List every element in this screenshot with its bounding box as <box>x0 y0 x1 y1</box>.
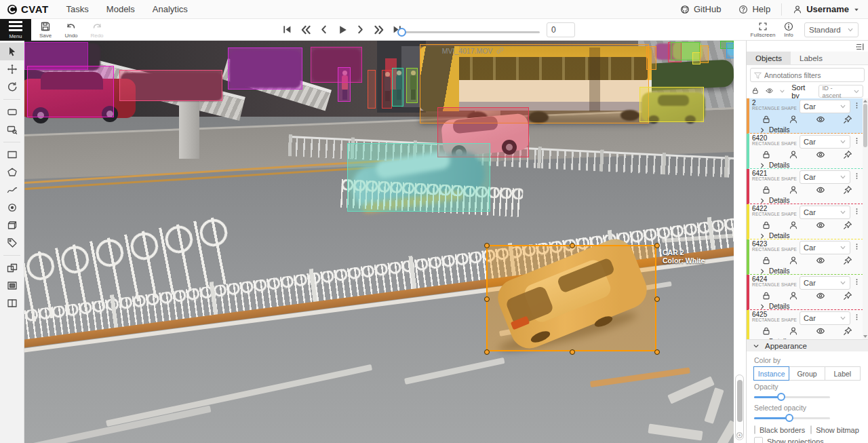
resize-handle[interactable] <box>654 296 660 302</box>
object-details-toggle[interactable]: Details <box>752 159 861 169</box>
car-box-blue-small[interactable] <box>726 43 734 58</box>
objects-list-scrollbar[interactable] <box>863 98 868 339</box>
scroll-down-icon[interactable] <box>863 335 867 338</box>
resize-handle[interactable] <box>654 243 660 248</box>
person-box-green[interactable] <box>406 68 418 103</box>
collapse-sidebar-icon[interactable] <box>855 42 865 52</box>
tool-select-region[interactable] <box>0 121 24 138</box>
box-orange-small[interactable] <box>646 46 656 70</box>
object-item[interactable]: 2 RECTANGLE SHAPE Car Details <box>747 98 863 134</box>
show-projections-checkbox[interactable] <box>754 437 763 443</box>
fullscreen-button[interactable]: Fullscreen <box>751 20 774 40</box>
link-icon[interactable] <box>496 46 505 55</box>
object-hidden-button[interactable] <box>816 220 825 230</box>
object-lock-button[interactable] <box>762 150 771 159</box>
object-lock-button[interactable] <box>762 220 771 230</box>
tool-rotate[interactable] <box>0 78 24 96</box>
object-occluded-button[interactable] <box>789 291 798 301</box>
opacity-slider-thumb[interactable] <box>777 393 785 401</box>
object-occluded-button[interactable] <box>789 220 798 230</box>
object-details-toggle[interactable]: Details <box>752 301 861 310</box>
menu-button[interactable]: Menu <box>0 19 31 41</box>
object-hidden-button[interactable] <box>816 185 825 195</box>
tool-setup-tag[interactable] <box>0 234 24 252</box>
object-details-toggle[interactable]: Details <box>752 195 861 204</box>
tool-cursor[interactable] <box>0 43 24 60</box>
selected-opacity-slider[interactable] <box>754 414 830 423</box>
object-occluded-button[interactable] <box>789 326 798 336</box>
canvas-scrollbar[interactable]: + <box>735 374 744 440</box>
object-hidden-button[interactable] <box>816 291 825 301</box>
person-box-magenta[interactable] <box>338 67 351 102</box>
person-box-teal[interactable] <box>392 68 403 107</box>
resize-handle[interactable] <box>484 349 490 355</box>
lock-all-button[interactable] <box>751 87 760 96</box>
object-details-toggle[interactable]: Details <box>752 124 861 134</box>
object-actions-icon[interactable] <box>853 243 861 252</box>
person-box-red[interactable] <box>382 70 392 109</box>
next-frame-button[interactable] <box>354 23 368 37</box>
object-item[interactable]: 6422 RECTANGLE SHAPE Car Details <box>747 204 863 239</box>
github-link[interactable]: GitHub <box>680 4 721 14</box>
tab-labels[interactable]: Labels <box>791 52 831 64</box>
object-lock-button[interactable] <box>762 256 771 265</box>
object-hidden-button[interactable] <box>816 115 825 124</box>
frame-number-input[interactable] <box>547 22 575 37</box>
object-item[interactable]: 6420 RECTANGLE SHAPE Car Details <box>747 134 863 169</box>
object-actions-icon[interactable] <box>853 102 861 111</box>
object-item[interactable]: 6424 RECTANGLE SHAPE Car Details <box>747 275 863 310</box>
tool-draw-cuboid[interactable] <box>0 216 24 234</box>
object-pinned-button[interactable] <box>843 256 852 265</box>
car-box-magenta[interactable] <box>27 66 114 117</box>
object-pinned-button[interactable] <box>843 326 852 336</box>
object-occluded-button[interactable] <box>789 256 798 265</box>
objects-scrollbar-thumb[interactable] <box>863 104 867 147</box>
cvat-logo[interactable]: CVAT <box>7 3 49 15</box>
selected-opacity-slider-thumb[interactable] <box>785 414 793 422</box>
canvas-scrollbar-thumb[interactable] <box>737 380 743 422</box>
save-button[interactable]: Save <box>34 20 57 40</box>
object-label-select[interactable]: Car <box>800 241 850 254</box>
play-button[interactable] <box>336 23 349 37</box>
forward-jump-button[interactable] <box>372 23 386 37</box>
tool-split[interactable] <box>0 294 24 312</box>
object-pinned-button[interactable] <box>843 185 852 195</box>
nav-models[interactable]: Models <box>106 4 135 14</box>
resize-handle[interactable] <box>484 296 490 302</box>
frame-slider[interactable] <box>399 28 540 37</box>
object-lock-button[interactable] <box>762 291 771 301</box>
object-lock-button[interactable] <box>762 326 771 336</box>
tab-objects[interactable]: Objects <box>747 52 791 64</box>
tool-move[interactable] <box>0 60 24 78</box>
first-frame-button[interactable] <box>281 23 294 37</box>
color-by-group[interactable]: Group <box>789 366 825 381</box>
object-actions-icon[interactable] <box>853 313 861 323</box>
car-box-teal[interactable] <box>347 143 490 212</box>
tool-draw-polyline[interactable] <box>0 181 24 199</box>
car-box-deeppink[interactable] <box>311 47 362 83</box>
nav-tasks[interactable]: Tasks <box>66 4 89 14</box>
object-label-select[interactable]: Car <box>800 100 850 113</box>
object-actions-icon[interactable] <box>853 137 861 147</box>
object-hidden-button[interactable] <box>816 150 825 159</box>
redo-button[interactable]: Redo <box>85 20 108 40</box>
tool-group[interactable] <box>0 277 24 294</box>
resize-handle[interactable] <box>654 349 660 355</box>
object-label-select[interactable]: Car <box>800 206 850 219</box>
tool-draw-polygon[interactable] <box>0 163 24 181</box>
object-item[interactable]: 6425 RECTANGLE SHAPE Car Details <box>747 310 863 339</box>
previous-frame-button[interactable] <box>317 23 331 37</box>
object-actions-icon[interactable] <box>853 278 861 288</box>
object-details-toggle[interactable]: Details <box>752 265 861 275</box>
car-box-orchid[interactable] <box>228 47 302 90</box>
tool-draw-points[interactable] <box>0 199 24 216</box>
resize-handle[interactable] <box>570 349 575 355</box>
frame-slider-track[interactable] <box>399 31 540 33</box>
object-label-select[interactable]: Car <box>800 311 850 325</box>
tool-fit-image[interactable] <box>0 103 24 121</box>
object-item[interactable]: 6423 RECTANGLE SHAPE Car Details <box>747 239 863 275</box>
hide-all-button[interactable] <box>766 87 774 96</box>
user-menu[interactable]: Username <box>793 4 860 14</box>
undo-button[interactable]: Undo <box>60 20 83 40</box>
video-frame[interactable]: CAR 2 Color: White <box>24 41 734 443</box>
